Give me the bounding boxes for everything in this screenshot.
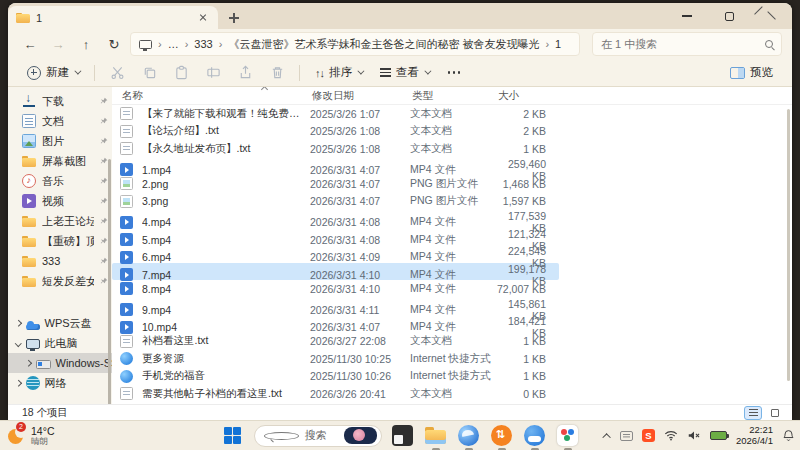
tree-chevron-icon[interactable] <box>25 360 31 366</box>
tree-chevron-icon[interactable] <box>15 320 21 326</box>
search-highlight-image[interactable] <box>344 427 377 444</box>
sidebar-item[interactable]: 333 <box>8 251 112 271</box>
new-tab-button[interactable] <box>226 10 242 26</box>
close-button[interactable] <box>750 3 792 29</box>
sidebar-item[interactable]: 音乐 <box>8 171 112 191</box>
sidebar-item[interactable]: 图片 <box>8 131 112 151</box>
sort-button[interactable]: ↑↓ 排序 <box>308 61 369 84</box>
file-row[interactable]: 6.mp4 2026/3/31 4:09 MP4 文件 224,545 KB <box>112 245 559 263</box>
file-row[interactable]: 【来了就能下载和观看！纯免费！】.txt 2025/3/26 1:07 文本文档… <box>112 105 559 123</box>
file-list: 【来了就能下载和观看！纯免费！】.txt 2025/3/26 1:07 文本文档… <box>112 105 792 403</box>
suite-app[interactable] <box>556 424 580 448</box>
sidebar-item[interactable]: 短发反差女神 <box>8 271 112 291</box>
breadcrumb-ellipsis[interactable]: … <box>168 38 179 50</box>
search-box[interactable] <box>592 32 782 56</box>
volume-muted-icon[interactable] <box>687 427 701 445</box>
file-row[interactable]: 10.mp4 2026/3/31 4:07 MP4 文件 184,421 KB <box>112 315 559 333</box>
sidebar-item[interactable]: 下载 <box>8 91 112 111</box>
paste-button[interactable] <box>167 61 195 85</box>
sidebar-item[interactable]: 【重磅】顶级 <box>8 231 112 251</box>
new-button[interactable]: 新建 <box>20 61 86 84</box>
this-pc-icon <box>139 40 152 49</box>
pin-icon <box>100 155 108 167</box>
search-input[interactable] <box>601 38 765 50</box>
file-row[interactable]: 【论坛介绍】.txt 2025/3/26 1:08 文本文档 2 KB <box>112 123 559 141</box>
notification-bell-icon[interactable] <box>782 429 795 442</box>
explorer-tab[interactable]: 1 <box>8 6 218 29</box>
sidebar-item[interactable]: 上老王论坛当 <box>8 211 112 231</box>
pin-icon <box>100 135 108 147</box>
sidebar-item[interactable]: 文档 <box>8 111 112 131</box>
thumbnail-view-button[interactable] <box>766 406 784 420</box>
share-button[interactable] <box>231 61 259 85</box>
sidebar-item-label: 视频 <box>42 194 94 209</box>
cloud-app[interactable] <box>523 424 547 448</box>
tree-chevron-icon[interactable] <box>15 380 21 386</box>
maximize-button[interactable] <box>708 3 750 29</box>
copy-button[interactable] <box>135 61 163 85</box>
tree-chevron-icon[interactable] <box>15 340 21 346</box>
file-explorer[interactable] <box>424 424 448 448</box>
file-row[interactable]: 4.mp4 2026/3/31 4:08 MP4 文件 177,539 KB <box>112 210 559 228</box>
column-header-size[interactable]: 大小 <box>496 89 564 103</box>
file-row[interactable]: 需要其他帖子补档的看这里.txt 2026/3/26 20:41 文本文档 0 … <box>112 385 559 403</box>
taskbar-search[interactable]: 搜索 <box>254 425 382 447</box>
tab-close-icon[interactable] <box>196 11 210 25</box>
more-button[interactable] <box>440 61 468 85</box>
tree-item-icon <box>26 318 40 332</box>
ime-icon[interactable] <box>620 431 633 441</box>
forward-button[interactable]: → <box>46 33 70 55</box>
sidebar-item[interactable]: 屏幕截图 <box>8 151 112 171</box>
file-row[interactable]: 8.mp4 2026/3/31 4:10 MP4 文件 72,007 KB <box>112 280 559 298</box>
weather-widget[interactable]: 2 14°C 晴朗 <box>6 426 54 446</box>
up-button[interactable]: ↑ <box>74 33 98 55</box>
battery-icon[interactable] <box>710 431 727 440</box>
view-button[interactable]: 查看 <box>373 61 436 84</box>
clock[interactable]: 22:21 2026/4/1 <box>736 425 773 447</box>
tree-item[interactable]: WPS云盘 <box>8 313 112 333</box>
breadcrumb-item[interactable]: 333 <box>194 38 212 50</box>
file-type-icon <box>120 125 133 138</box>
file-row[interactable]: 手机党的福音 2025/11/30 10:26 Internet 快捷方式 1 … <box>112 368 559 386</box>
pin-icon <box>100 115 108 127</box>
file-row[interactable]: 【永久地址发布页】.txt 2025/3/26 1:08 文本文档 1 KB <box>112 140 559 158</box>
sidebar-item[interactable]: 视频 <box>8 191 112 211</box>
file-row[interactable]: 补档看这里.txt 2026/3/27 22:08 文本文档 1 KB <box>112 333 559 351</box>
breadcrumb-item-current[interactable]: 1 <box>555 38 561 50</box>
tree-item[interactable]: 网络 <box>8 373 112 393</box>
back-button[interactable]: ← <box>18 33 42 55</box>
photos-app[interactable] <box>391 424 415 448</box>
breadcrumb-item[interactable]: 《云盘泄密》艺术系学妹和金主爸爸之间的秘密 被舍友发现曝光 <box>228 37 539 52</box>
file-row[interactable]: 7.mp4 2026/3/31 4:10 MP4 文件 199,178 KB <box>112 263 559 281</box>
file-row[interactable]: 9.mp4 2026/3/31 4:11 MP4 文件 145,861 KB <box>112 298 559 316</box>
tray-chevron-up-icon[interactable] <box>602 433 610 441</box>
refresh-button[interactable]: ↻ <box>102 33 126 55</box>
tree-item[interactable]: Windows-SSD <box>8 353 112 373</box>
wifi-icon[interactable] <box>664 427 678 445</box>
rename-button[interactable] <box>199 61 227 85</box>
column-header-name[interactable]: 名称 <box>120 89 310 103</box>
file-row[interactable]: 1.mp4 2026/3/31 4:07 MP4 文件 259,460 KB <box>112 158 559 176</box>
breadcrumb[interactable]: › … › 333 › 《云盘泄密》艺术系学妹和金主爸爸之间的秘密 被舍友发现曝… <box>130 32 580 56</box>
browser[interactable] <box>457 424 481 448</box>
file-row[interactable]: 更多资源 2025/11/30 10:25 Internet 快捷方式 1 KB <box>112 350 559 368</box>
column-header-type[interactable]: 类型 <box>410 89 496 103</box>
file-row[interactable]: 3.png 2026/3/31 4:07 PNG 图片文件 1,597 KB <box>112 193 559 211</box>
column-header-date[interactable]: 修改日期 <box>310 89 410 103</box>
sidebar-scrollbar[interactable] <box>108 159 111 404</box>
minimize-button[interactable] <box>666 3 708 29</box>
details-view-button[interactable] <box>744 406 762 420</box>
sogou-input-icon[interactable]: S <box>642 429 655 442</box>
delete-button[interactable] <box>263 61 291 85</box>
file-row[interactable]: 5.mp4 2026/3/31 4:08 MP4 文件 121,324 KB <box>112 228 559 246</box>
file-type-icon <box>120 282 133 295</box>
preview-button[interactable]: 预览 <box>723 61 780 84</box>
start-button[interactable] <box>221 424 245 448</box>
tree-item[interactable]: 此电脑 <box>8 333 112 353</box>
pin-icon <box>100 95 108 107</box>
downloader[interactable] <box>490 424 514 448</box>
file-date-modified: 2026/3/31 4:09 <box>310 251 410 263</box>
file-list-scrollbar[interactable] <box>787 109 790 381</box>
file-row[interactable]: 2.png 2026/3/31 4:07 PNG 图片文件 1,468 KB <box>112 175 559 193</box>
cut-button[interactable] <box>103 61 131 85</box>
